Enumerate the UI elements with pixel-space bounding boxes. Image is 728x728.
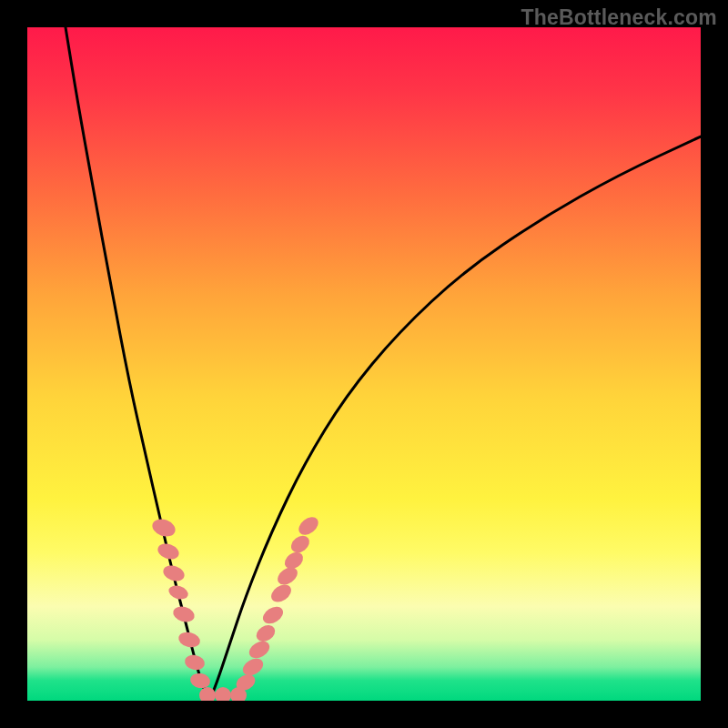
marker-points [150, 513, 322, 701]
marker-point [171, 604, 196, 624]
marker-point [167, 583, 189, 602]
marker-point [247, 638, 273, 662]
marker-point [253, 622, 278, 644]
curve-lines [66, 27, 701, 701]
curve-left-branch [66, 27, 209, 701]
marker-point [215, 687, 231, 701]
curve-right-branch [209, 136, 701, 701]
marker-point [184, 653, 207, 672]
marker-point [161, 562, 187, 583]
marker-point [296, 513, 322, 538]
marker-point [177, 630, 201, 649]
marker-point [260, 603, 287, 627]
marker-point [189, 672, 211, 690]
marker-point [288, 532, 312, 556]
marker-point [156, 541, 181, 561]
chart-svg [27, 27, 701, 701]
marker-point [240, 655, 267, 679]
marker-point [268, 581, 295, 606]
watermark-text: TheBottleneck.com [521, 5, 717, 30]
chart-frame [27, 27, 701, 701]
marker-point [150, 516, 178, 540]
